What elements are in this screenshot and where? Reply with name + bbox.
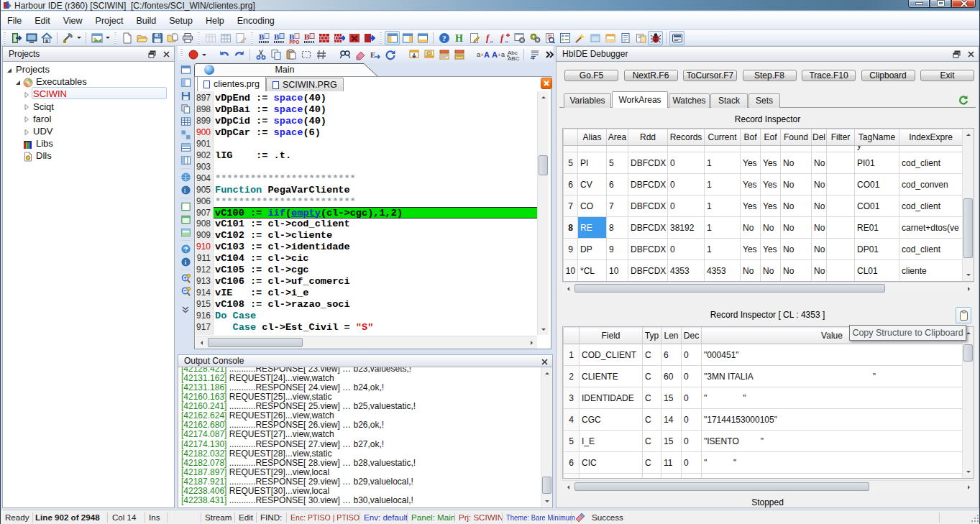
scroll-right-icon[interactable] xyxy=(963,482,974,492)
window-c-icon[interactable] xyxy=(415,31,430,45)
close-document-icon[interactable] xyxy=(541,78,552,89)
tree-expanded-icon[interactable] xyxy=(6,65,14,74)
doc-clip-icon[interactable] xyxy=(633,31,648,45)
table-cell[interactable]: No xyxy=(761,217,781,239)
table-cell[interactable]: 15 xyxy=(661,387,682,409)
tree-item-projects[interactable]: Projects xyxy=(6,63,50,75)
table-cell[interactable]: *CL xyxy=(578,260,607,282)
info2-icon[interactable]: i xyxy=(178,255,193,268)
table-cell[interactable]: IDENTIDADE xyxy=(580,387,643,409)
table-cell[interactable]: 7 xyxy=(607,196,628,217)
mark3-icon[interactable] xyxy=(436,47,452,62)
table-cell[interactable]: cod_client xyxy=(899,196,963,217)
column-header-records[interactable]: Records xyxy=(668,129,705,146)
menu-setup[interactable]: Setup xyxy=(162,14,199,28)
panel-image-icon[interactable] xyxy=(89,31,104,45)
case-toggle-icon[interactable]: Abc̿ABC xyxy=(505,47,521,62)
menu-help[interactable]: Help xyxy=(199,14,231,28)
table-cell[interactable]: No xyxy=(781,152,812,174)
cut-icon[interactable] xyxy=(253,47,268,62)
debugger-button-step-f8[interactable]: Step.F8 xyxy=(743,70,797,81)
scroll-down-icon[interactable] xyxy=(963,270,974,280)
help-icon[interactable]: ? xyxy=(436,31,452,45)
table-cell[interactable]: Yes xyxy=(741,239,761,260)
scroll-down-icon[interactable] xyxy=(538,324,549,335)
row-header-6[interactable]: 6 xyxy=(564,452,580,474)
table-cell[interactable]: No xyxy=(812,152,827,174)
chevrons-down-icon[interactable] xyxy=(178,303,193,316)
cols2-icon[interactable] xyxy=(178,154,193,167)
tree-item-dlls[interactable]: Dlls xyxy=(14,150,52,162)
scroll-left-icon[interactable] xyxy=(196,337,207,348)
zoom-in-icon[interactable] xyxy=(178,272,193,285)
table-cell[interactable]: "17144153000105" xyxy=(702,409,963,431)
goto-icon[interactable]: E xyxy=(367,47,383,62)
column-header-found[interactable]: Found xyxy=(781,129,812,146)
debugger-tab-workareas[interactable]: WorkAreas xyxy=(612,91,668,108)
column-header-alias[interactable]: Alias xyxy=(578,129,607,146)
table-cell[interactable] xyxy=(827,239,855,260)
frame-split-icon[interactable] xyxy=(178,226,193,239)
table-cell[interactable]: 0 xyxy=(682,387,702,409)
table-cell[interactable]: CO01 xyxy=(855,196,899,217)
table-cell[interactable]: Yes xyxy=(741,152,761,174)
scroll-right-icon[interactable] xyxy=(963,283,974,294)
stop-icon[interactable] xyxy=(347,31,362,45)
table-cell[interactable]: C xyxy=(643,431,661,452)
column-header-eof[interactable]: Eof xyxy=(761,129,781,146)
tree-collapsed-icon[interactable] xyxy=(23,90,32,98)
table-cell[interactable] xyxy=(827,260,855,282)
table-cell[interactable]: CO01 xyxy=(855,174,899,196)
table-cell[interactable]: 5 xyxy=(607,152,628,174)
copy2-icon[interactable] xyxy=(178,102,193,115)
console-icon[interactable] xyxy=(669,31,684,45)
table-cell[interactable]: " " xyxy=(702,452,963,474)
globe2-icon[interactable]: i xyxy=(178,183,193,196)
hash-icon[interactable] xyxy=(313,47,329,62)
table-cell[interactable]: DP01 xyxy=(855,239,899,260)
table-cell[interactable]: Yes xyxy=(741,174,761,196)
table-cell[interactable]: CV xyxy=(578,174,607,196)
scroll-left-icon[interactable] xyxy=(562,482,574,492)
refresh-icon[interactable] xyxy=(956,93,971,107)
table-cell[interactable]: 0 xyxy=(668,152,705,174)
table-cell[interactable]: DBFCDX xyxy=(628,174,668,196)
table-cell[interactable]: No xyxy=(781,217,812,239)
debugger-button-go-f5[interactable]: Go.F5 xyxy=(564,70,618,81)
menu-encoding[interactable]: Encoding xyxy=(231,14,281,28)
debugger-tab-watches[interactable]: Watches xyxy=(669,93,710,108)
table-cell[interactable]: C xyxy=(643,409,661,431)
case-upper-icon[interactable]: a+A xyxy=(475,47,490,62)
row-header-3[interactable]: 3 xyxy=(564,387,580,409)
debugger-button-tocursor-f7[interactable]: ToCursor.F7 xyxy=(683,70,737,81)
output-console[interactable]: [42128.421] ...........RESPONSE[ 23.view… xyxy=(178,367,553,508)
minimize-button[interactable] xyxy=(908,0,930,8)
table-cell[interactable]: 0 xyxy=(668,239,705,260)
debugger-button-clipboard[interactable]: Clipboard xyxy=(861,70,915,81)
table-vscroll-thumb[interactable] xyxy=(963,344,973,362)
exit-icon[interactable] xyxy=(9,31,24,45)
table-cell[interactable]: 1 xyxy=(705,239,741,260)
window-b-icon[interactable] xyxy=(400,31,415,45)
editor-group-tab[interactable]: Main xyxy=(194,63,381,77)
save-icon[interactable] xyxy=(150,31,165,45)
code-editor[interactable]: 8978988999009019029039049059069079089099… xyxy=(194,76,551,349)
doc-find-icon[interactable] xyxy=(542,31,557,45)
copy-structure-icon[interactable] xyxy=(956,307,971,323)
bug-icon[interactable] xyxy=(648,31,663,45)
table-cell[interactable]: No xyxy=(812,174,827,196)
columns-icon[interactable] xyxy=(178,76,193,89)
table-cell[interactable]: CO xyxy=(578,196,607,217)
table-cell[interactable]: 0 xyxy=(668,174,705,196)
refresh-icon[interactable] xyxy=(383,47,398,62)
info1-icon[interactable]: ? xyxy=(178,242,193,255)
table-cell[interactable]: 15 xyxy=(661,431,682,452)
column-header-tagname[interactable]: TagName xyxy=(855,129,899,146)
table-pale-icon[interactable] xyxy=(203,31,218,45)
tree-item-udv[interactable]: UDV xyxy=(23,125,52,137)
home-icon[interactable] xyxy=(39,31,54,45)
resize-grip[interactable] xyxy=(970,513,979,523)
panel-orange-icon[interactable] xyxy=(603,31,618,45)
editor-vscrollbar[interactable] xyxy=(537,91,549,335)
case-lower-icon[interactable]: A+a xyxy=(490,47,505,62)
